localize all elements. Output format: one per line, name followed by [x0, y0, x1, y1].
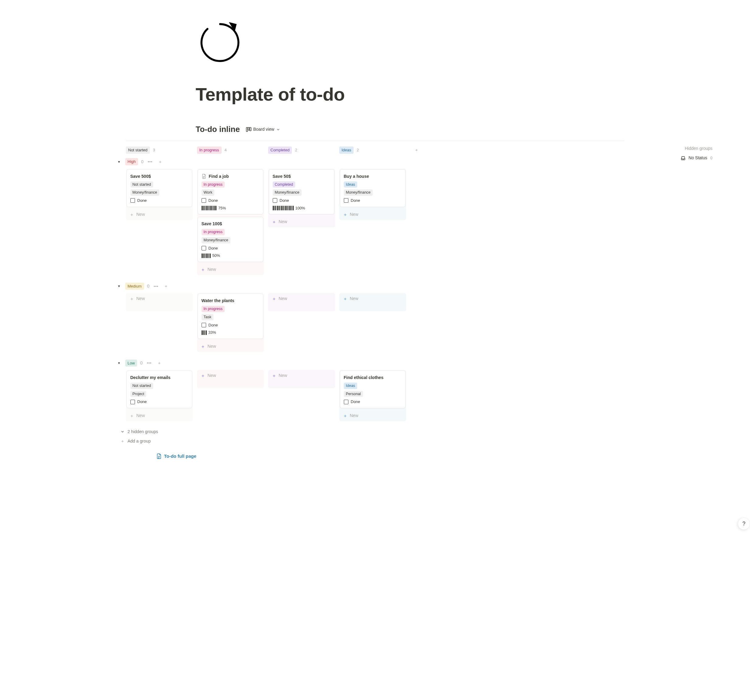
group-count: 0 — [141, 159, 143, 165]
new-label: New — [279, 295, 287, 302]
group-add-button[interactable]: ＋ — [156, 359, 163, 367]
new-card-button[interactable]: ＋New — [198, 264, 263, 275]
new-card-button[interactable]: ＋New — [198, 370, 263, 381]
card-title: Save 50$ — [273, 173, 330, 180]
new-card-button[interactable]: ＋New — [269, 294, 334, 304]
new-label: New — [350, 211, 358, 218]
page-icon[interactable] — [196, 18, 624, 69]
new-label: New — [350, 413, 358, 419]
progress-row: 50% — [201, 253, 259, 259]
progress-row: 100% — [273, 206, 330, 211]
plus-icon: ＋ — [343, 212, 347, 217]
status-pill: In progress — [197, 146, 221, 154]
add-status-column-button[interactable]: ＋ — [410, 146, 423, 154]
board-card[interactable]: Buy a houseIdeasMoney/financeDone — [340, 169, 406, 207]
done-checkbox-row[interactable]: Done — [273, 198, 330, 204]
card-title: Save 100$ — [201, 221, 259, 227]
category-tag: Task — [201, 314, 214, 320]
board-column-ideas: Buy a houseIdeasMoney/financeDone＋New — [339, 169, 406, 220]
new-card-button[interactable]: ＋New — [126, 411, 192, 421]
card-title: Declutter my emails — [131, 375, 188, 381]
page-icon — [156, 453, 162, 459]
checkbox-icon — [131, 198, 135, 203]
board-card[interactable]: Find a jobIn progressWorkDone75% — [198, 169, 263, 215]
new-card-button[interactable]: ＋New — [269, 217, 334, 227]
group-pill[interactable]: Low — [125, 359, 137, 367]
done-checkbox-row[interactable]: Done — [344, 399, 402, 405]
board-column-ideas: ＋New — [339, 293, 406, 311]
progress-label: 50% — [212, 253, 220, 259]
checkbox-icon — [131, 400, 135, 404]
category-tag: Personal — [344, 391, 363, 397]
status-col-completed[interactable]: Completed 2 — [268, 145, 335, 155]
done-checkbox-row[interactable]: Done — [344, 198, 402, 204]
group-more-button[interactable]: ••• — [153, 283, 160, 290]
svg-rect-0 — [246, 127, 248, 132]
plus-icon: ＋ — [272, 220, 277, 224]
no-status-group[interactable]: No Status 0 — [633, 155, 713, 161]
status-col-ideas[interactable]: Ideas 2 — [339, 145, 406, 155]
status-col-not-started[interactable]: Not started 3 — [126, 145, 193, 155]
group-section: ▼Medium0•••＋＋NewWater the plantsIn progr… — [126, 282, 624, 352]
no-status-count: 0 — [710, 155, 712, 161]
group-more-button[interactable]: ••• — [146, 158, 154, 165]
expand-hidden-groups[interactable]: 2 hidden groups — [120, 428, 624, 435]
group-add-button[interactable]: ＋ — [157, 158, 164, 166]
board-card[interactable]: Find ethical clothesIdeasPersonalDone — [340, 370, 406, 408]
view-switch-board[interactable]: Board view — [244, 125, 282, 134]
group-add-button[interactable]: ＋ — [163, 282, 169, 290]
new-label: New — [207, 266, 216, 273]
page-title: Template of to-do — [196, 81, 624, 108]
status-count: 2 — [295, 147, 297, 153]
checkbox-icon — [201, 323, 206, 327]
plus-icon: ＋ — [129, 296, 134, 301]
new-card-button[interactable]: ＋New — [340, 209, 406, 220]
category-tag: Project — [131, 391, 146, 397]
new-card-button[interactable]: ＋New — [269, 370, 334, 381]
done-label: Done — [351, 198, 360, 204]
board-card[interactable]: Save 500$Not startedMoney/financeDone — [126, 169, 192, 207]
group-pill[interactable]: High — [125, 158, 138, 165]
checkbox-icon — [273, 198, 277, 203]
group-pill[interactable]: Medium — [125, 282, 144, 290]
board-column-in-progress: ＋New — [197, 370, 264, 388]
done-checkbox-row[interactable]: Done — [201, 322, 259, 328]
group-collapse-toggle[interactable]: ▼ — [116, 360, 122, 366]
add-group-button[interactable]: ＋ Add a group — [120, 438, 624, 444]
board-column-ideas: Find ethical clothesIdeasPersonalDone＋Ne… — [339, 370, 406, 421]
progress-label: 33% — [209, 330, 216, 336]
new-card-button[interactable]: ＋New — [126, 294, 192, 304]
board-column-not-started: Save 500$Not startedMoney/financeDone＋Ne… — [126, 169, 193, 220]
done-checkbox-row[interactable]: Done — [201, 245, 259, 251]
group-collapse-toggle[interactable]: ▼ — [116, 283, 122, 289]
database-title[interactable]: To-do inline — [196, 123, 240, 135]
group-more-button[interactable]: ••• — [146, 359, 153, 366]
new-card-button[interactable]: ＋New — [340, 294, 406, 304]
board-card[interactable]: Declutter my emailsNot startedProjectDon… — [126, 370, 192, 408]
done-checkbox-row[interactable]: Done — [131, 198, 188, 204]
checkbox-icon — [201, 198, 206, 203]
status-pill: Completed — [268, 146, 292, 154]
plus-icon: ＋ — [120, 438, 124, 444]
board-card[interactable]: Save 100$In progressMoney/financeDone50% — [198, 217, 263, 262]
board-card[interactable]: Water the plantsIn progressTaskDone33% — [198, 294, 263, 339]
full-page-link-label: To-do full page — [164, 453, 197, 460]
status-tag: Not started — [131, 383, 153, 389]
board-icon — [246, 127, 251, 132]
done-label: Done — [209, 322, 218, 328]
new-card-button[interactable]: ＋New — [340, 411, 406, 421]
status-pill: Ideas — [339, 146, 354, 154]
group-collapse-toggle[interactable]: ▼ — [116, 159, 122, 165]
new-label: New — [350, 295, 358, 302]
status-col-in-progress[interactable]: In progress 4 — [197, 145, 264, 155]
status-count: 2 — [357, 147, 359, 153]
done-checkbox-row[interactable]: Done — [201, 198, 259, 204]
done-checkbox-row[interactable]: Done — [131, 399, 188, 405]
todo-full-page-link[interactable]: To-do full page — [156, 453, 624, 460]
progress-row: 33% — [201, 330, 259, 336]
board-column-completed: ＋New — [268, 293, 335, 311]
board-card[interactable]: Save 50$CompletedMoney/financeDone100% — [269, 169, 334, 215]
board-column-in-progress: Find a jobIn progressWorkDone75%Save 100… — [197, 169, 264, 275]
new-card-button[interactable]: ＋New — [126, 209, 192, 220]
new-card-button[interactable]: ＋New — [198, 341, 263, 352]
